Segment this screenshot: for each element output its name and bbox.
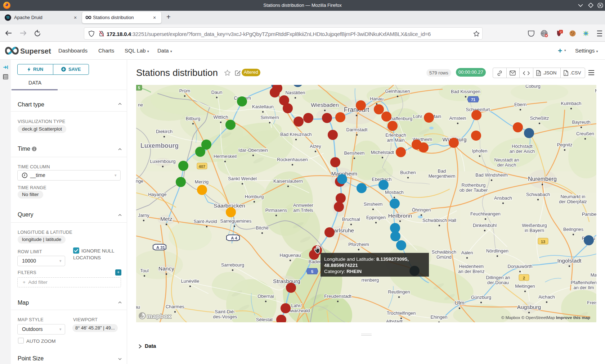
- svg-text:Freudenstadt: Freudenstadt: [324, 294, 351, 299]
- svg-text:Hayange: Hayange: [148, 192, 166, 197]
- svg-text:Eppingen: Eppingen: [366, 215, 386, 220]
- svg-text:Aalen: Aalen: [461, 250, 473, 255]
- svg-text:Donauwörth: Donauwörth: [507, 264, 532, 269]
- svg-text:Bitche: Bitche: [256, 225, 269, 231]
- svg-text:Pfaffenhofen: Pfaffenhofen: [571, 280, 596, 285]
- svg-text:Sarrebourg: Sarrebourg: [221, 262, 244, 268]
- svg-text:Reutlingen: Reutlingen: [388, 289, 410, 295]
- svg-text:Neumarkt in: Neumarkt in: [561, 194, 586, 199]
- svg-text:Weißenburg: Weißenburg: [522, 223, 547, 228]
- svg-text:ne: ne: [138, 102, 143, 108]
- svg-text:Merzig: Merzig: [195, 179, 209, 185]
- svg-text:der Aisch: der Aisch: [497, 162, 516, 168]
- svg-text:Pegnitz: Pegnitz: [557, 142, 573, 147]
- svg-text:Category: RHEIN: Category: RHEIN: [324, 269, 362, 274]
- svg-text:Bad: Bad: [438, 168, 446, 174]
- svg-text:Metz: Metz: [160, 216, 172, 222]
- svg-text:Michelstadt: Michelstadt: [371, 150, 394, 155]
- svg-text:Mergentheim: Mergentheim: [429, 173, 456, 179]
- svg-text:© Mapbox © OpenStreetMap Impro: © Mapbox © OpenStreetMap Improve this ma…: [501, 315, 590, 320]
- svg-text:des-Vosges: des-Vosges: [213, 314, 237, 319]
- svg-text:Heidenheim: Heidenheim: [459, 264, 484, 269]
- svg-text:Bad Windsheim: Bad Windsheim: [475, 172, 508, 178]
- svg-text:Strasbourg: Strasbourg: [273, 278, 300, 284]
- svg-text:Luxembourg: Luxembourg: [140, 142, 179, 149]
- svg-text:Sinsheim: Sinsheim: [364, 201, 383, 207]
- svg-text:Obernai: Obernai: [257, 294, 274, 299]
- svg-text:Diekirch: Diekirch: [156, 129, 172, 134]
- svg-text:Schwabach: Schwabach: [526, 192, 550, 197]
- svg-text:Albstadt: Albstadt: [386, 319, 403, 322]
- svg-text:ange: ange: [136, 178, 143, 184]
- svg-text:Arnstein: Arnstein: [449, 115, 466, 121]
- svg-text:Nördlingen: Nördlingen: [486, 248, 508, 254]
- svg-text:Feuchtwangen: Feuchtwangen: [470, 211, 501, 217]
- svg-text:der Donau: der Donau: [487, 280, 509, 285]
- svg-text:Gelnhausen: Gelnhausen: [385, 88, 410, 94]
- svg-text:Hanau: Hanau: [370, 96, 384, 101]
- svg-text:Beilngries: Beilngries: [563, 227, 583, 232]
- svg-text:Mai: Mai: [591, 272, 596, 278]
- svg-text:Bayreuth: Bayreuth: [572, 119, 590, 125]
- svg-text:Bruchsal: Bruchsal: [342, 217, 360, 222]
- svg-text:Prüm: Prüm: [179, 88, 191, 94]
- svg-text:Scheßlitz: Scheßlitz: [530, 115, 549, 121]
- svg-text:an der Aisch: an der Aisch: [510, 149, 535, 154]
- svg-text:Saint-Avold: Saint-Avold: [193, 219, 217, 224]
- svg-text:Öhringen: Öhringen: [412, 207, 431, 213]
- svg-text:Simmern: Simmern: [260, 115, 279, 120]
- svg-text:Haguenau: Haguenau: [279, 252, 301, 258]
- svg-text:Creußen: Creußen: [576, 131, 594, 136]
- svg-text:Ebern: Ebern: [514, 102, 526, 107]
- svg-text:Buchen: Buchen: [400, 170, 416, 175]
- svg-text:Gmünd: Gmünd: [436, 254, 452, 260]
- svg-text:Günzburg: Günzburg: [471, 295, 491, 300]
- svg-text:Heilbronn: Heilbronn: [388, 213, 412, 219]
- svg-text:Nancy: Nancy: [158, 265, 174, 272]
- svg-text:Dinkelsbühl: Dinkelsbühl: [473, 223, 497, 228]
- svg-text:Mosbach: Mosbach: [385, 190, 404, 195]
- svg-text:am Main: am Main: [387, 137, 404, 143]
- svg-text:Charmes: Charmes: [166, 304, 184, 309]
- svg-text:Ulm: Ulm: [454, 300, 465, 306]
- svg-text:Lahr/: Lahr/: [291, 303, 302, 308]
- svg-text:Sankt Wendel: Sankt Wendel: [228, 176, 256, 181]
- svg-text:A 31: A 31: [156, 245, 165, 250]
- svg-text:Wiesbaden: Wiesbaden: [311, 102, 339, 108]
- svg-text:Coburg: Coburg: [525, 85, 541, 89]
- svg-text:Nuremberg: Nuremberg: [528, 176, 557, 182]
- svg-text:13: 13: [541, 240, 545, 244]
- svg-text:Alzey: Alzey: [310, 144, 321, 149]
- svg-text:2: 2: [523, 276, 525, 280]
- svg-text:Höchstadt: Höchstadt: [512, 144, 533, 149]
- svg-text:der Oberpfalz: der Oberpfalz: [559, 199, 587, 204]
- svg-text:Münchb: Münchb: [595, 88, 596, 94]
- svg-text:Ansbach: Ansbach: [494, 195, 512, 201]
- svg-text:Kulmbach: Kulmbach: [561, 101, 582, 106]
- svg-text:Bensheim: Bensheim: [344, 150, 365, 156]
- svg-text:Daun: Daun: [211, 90, 223, 95]
- svg-text:71: 71: [471, 97, 475, 102]
- svg-text:Pirmasens: Pirmasens: [265, 208, 287, 213]
- svg-text:5: 5: [138, 86, 140, 90]
- svg-text:Ehingen: Ehingen: [431, 314, 448, 320]
- svg-text:Neustadt an: Neustadt an: [494, 157, 519, 163]
- svg-text:Freisi: Freisi: [587, 300, 596, 305]
- svg-text:Saint-Dié-: Saint-Dié-: [215, 309, 236, 314]
- svg-text:Rothenburg: Rothenburg: [462, 182, 486, 188]
- svg-text:Homburg: Homburg: [245, 194, 264, 199]
- svg-text:rrenberg: rrenberg: [362, 277, 379, 283]
- svg-text:am Trifels: am Trifels: [293, 208, 313, 213]
- svg-text:Luxembourg: Luxembourg: [150, 159, 175, 164]
- svg-text:ob der Tauber: ob der Tauber: [460, 187, 488, 193]
- svg-text:48.8859674221: 48.8859674221: [324, 263, 358, 268]
- svg-text:Sélestat: Sélestat: [256, 317, 273, 322]
- svg-text:Schwäbisch: Schwäbisch: [432, 249, 456, 255]
- svg-text:Meitingen: Meitingen: [515, 283, 535, 289]
- svg-text:Parsbe: Parsbe: [582, 211, 596, 217]
- svg-text:Toul: Toul: [140, 268, 148, 273]
- svg-text:Kaiserslautern: Kaiserslautern: [273, 178, 303, 184]
- svg-text:5: 5: [311, 269, 313, 274]
- svg-text:Aichach: Aichach: [538, 294, 555, 300]
- svg-text:Rockenhausen: Rockenhausen: [277, 157, 308, 162]
